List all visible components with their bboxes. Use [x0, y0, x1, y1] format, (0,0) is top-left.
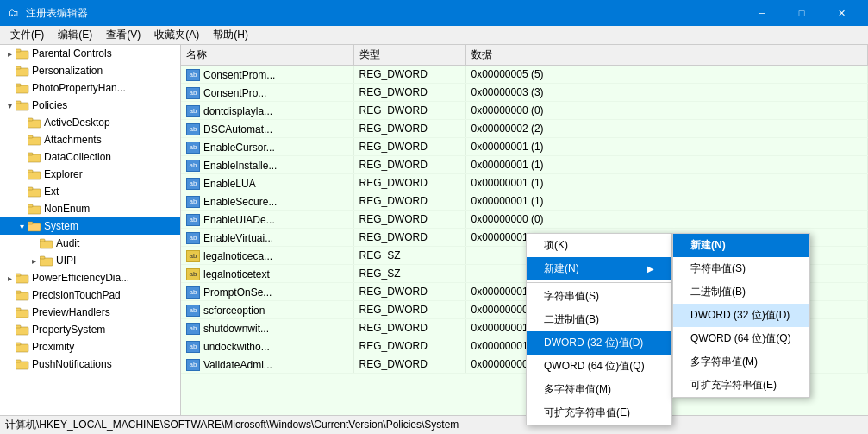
- menu-item-编辑(E)[interactable]: 编辑(E): [51, 26, 99, 44]
- submenu-item-3[interactable]: QWORD (64 位)值(Q): [673, 327, 809, 350]
- expander-icon: [3, 358, 16, 370]
- svg-rect-25: [40, 256, 45, 259]
- sidebar-item-property-system[interactable]: PropertySystem: [0, 321, 180, 338]
- cell-type: REG_DWORD: [353, 283, 465, 301]
- context-menu-item-8[interactable]: 可扩充字符串值(E): [527, 401, 671, 425]
- sidebar-label: PreviewHandlers: [32, 306, 110, 318]
- cell-name-text: undockwitho...: [203, 341, 270, 353]
- sidebar-item-attachments[interactable]: Attachments: [0, 131, 180, 148]
- table-row[interactable]: abEnableSecure...REG_DWORD0x00000001 (1): [181, 192, 868, 211]
- table-row[interactable]: abDSCAutomat...REG_DWORD0x00000002 (2): [181, 120, 868, 138]
- table-row[interactable]: abEnableInstalle...REG_DWORD0x00000001 (…: [181, 156, 868, 174]
- sidebar-item-precision-touch[interactable]: PrecisionTouchPad: [0, 286, 180, 304]
- sidebar-item-parental-controls[interactable]: ▸ Parental Controls: [0, 45, 180, 62]
- sidebar-item-power-efficiency[interactable]: ▸ PowerEfficiencyDia...: [0, 269, 180, 286]
- context-menu-item-0[interactable]: 项(K): [527, 234, 671, 257]
- svg-rect-33: [16, 325, 21, 328]
- sidebar-item-proximity[interactable]: Proximity: [0, 338, 180, 355]
- context-menu-item-1[interactable]: 新建(N)▶: [527, 257, 671, 280]
- svg-rect-28: [16, 292, 28, 300]
- submenu-item-2[interactable]: DWORD (32 位)值(D): [673, 304, 809, 327]
- submenu-item-1[interactable]: 二进制值(B): [673, 280, 809, 304]
- sidebar-label: ActiveDesktop: [44, 116, 110, 129]
- svg-rect-24: [40, 258, 53, 266]
- cell-name: abEnableLUA: [181, 174, 353, 192]
- maximize-button[interactable]: □: [782, 0, 821, 26]
- folder-icon: [16, 82, 29, 94]
- svg-rect-13: [28, 153, 33, 155]
- expander-icon: [3, 306, 16, 318]
- context-menu-item-3[interactable]: 字符串值(S): [527, 285, 671, 308]
- folder-icon: [28, 134, 41, 146]
- sidebar-item-system[interactable]: ▾ System: [0, 217, 180, 235]
- sidebar-scroll[interactable]: ▸ Parental Controls Personalization Phot…: [0, 45, 180, 415]
- cell-type: REG_DWORD: [353, 120, 465, 138]
- cell-name: abValidateAdmi...: [181, 355, 353, 374]
- sidebar-item-nonenum[interactable]: NonEnum: [0, 200, 180, 217]
- table-row[interactable]: abEnableLUAREG_DWORD0x00000001 (1): [181, 174, 868, 192]
- expander-icon: ▾: [16, 220, 28, 232]
- sidebar-item-explorer[interactable]: Explorer: [0, 166, 180, 183]
- cell-type: REG_DWORD: [353, 192, 465, 211]
- cell-name-text: PromptOnSe...: [203, 286, 272, 299]
- svg-rect-32: [16, 327, 28, 335]
- submenu-header: 新建(N): [673, 234, 809, 257]
- menu-item-label: 多字符串值(M): [544, 382, 611, 397]
- cell-name: abEnableSecure...: [181, 192, 353, 211]
- context-menu-item-7[interactable]: 多字符串值(M): [527, 378, 671, 401]
- sidebar-label: Attachments: [44, 134, 102, 146]
- submenu-item-0[interactable]: 字符串值(S): [673, 257, 809, 280]
- sidebar-item-policies[interactable]: ▾ Policies: [0, 97, 180, 114]
- expander-icon: [28, 237, 40, 249]
- menu-item-帮助(H)[interactable]: 帮助(H): [206, 26, 255, 44]
- table-row[interactable]: abEnableCursor...REG_DWORD0x00000001 (1): [181, 138, 868, 156]
- sidebar-item-preview-handlers[interactable]: PreviewHandlers: [0, 304, 180, 321]
- sidebar-item-active-desktop[interactable]: ActiveDesktop: [0, 114, 180, 131]
- context-menu-item-4[interactable]: 二进制值(B): [527, 308, 671, 331]
- context-menu-item-5[interactable]: DWORD (32 位)值(D): [527, 331, 671, 355]
- close-button[interactable]: ✕: [821, 0, 861, 26]
- dword-icon: ab: [186, 87, 200, 99]
- sidebar-item-audit[interactable]: Audit: [0, 235, 180, 252]
- menu-item-label: 项(K): [544, 238, 568, 253]
- table-row[interactable]: abEnableUIADe...REG_DWORD0x00000000 (0): [181, 211, 868, 229]
- folder-icon: [40, 255, 53, 267]
- sidebar-label: Policies: [32, 99, 67, 111]
- submenu-item-5[interactable]: 可扩充字符串值(E): [673, 374, 809, 397]
- sidebar-item-data-collection[interactable]: DataCollection: [0, 148, 180, 166]
- cell-name-text: shutdownwit...: [203, 323, 269, 335]
- dword-icon: ab: [186, 305, 200, 317]
- col-name: 名称: [181, 45, 353, 66]
- expander-icon: [16, 151, 28, 163]
- table-row[interactable]: abConsentProm...REG_DWORD0x00000005 (5): [181, 66, 868, 84]
- cell-type: REG_DWORD: [353, 174, 465, 192]
- folder-icon: [28, 186, 41, 198]
- dword-icon: ab: [186, 323, 200, 335]
- menu-item-收藏夹(A)[interactable]: 收藏夹(A): [147, 26, 206, 44]
- expander-icon: ▾: [3, 99, 16, 111]
- sidebar-item-push-notifications[interactable]: PushNotifications: [0, 355, 180, 373]
- cell-name: abscforceoption: [181, 301, 353, 319]
- context-menu-item-6[interactable]: QWORD (64 位)值(Q): [527, 355, 671, 378]
- menu-item-文件(F)[interactable]: 文件(F): [3, 26, 51, 44]
- sidebar-item-uipi[interactable]: ▸ UIPI: [0, 252, 180, 269]
- cell-type: REG_DWORD: [353, 66, 465, 84]
- sidebar-label: PhotoPropertyHan...: [32, 82, 126, 94]
- expander-icon: [3, 289, 16, 301]
- table-row[interactable]: abConsentPro...REG_DWORD0x00000003 (3): [181, 84, 868, 102]
- sidebar-label: DataCollection: [44, 151, 111, 163]
- dword-icon: ab: [186, 359, 200, 371]
- cell-type: REG_SZ: [353, 265, 465, 283]
- dword-icon: ab: [186, 286, 200, 299]
- dword-icon: ab: [186, 214, 200, 226]
- cell-data: 0x00000000 (0): [465, 211, 868, 229]
- menu-item-查看(V)[interactable]: 查看(V): [99, 26, 147, 44]
- sidebar-item-photo-property[interactable]: PhotoPropertyHan...: [0, 79, 180, 97]
- table-row[interactable]: abdontdisplayla...REG_DWORD0x00000000 (0…: [181, 102, 868, 120]
- expander-icon: [16, 116, 28, 129]
- sidebar-item-ext[interactable]: Ext: [0, 183, 180, 200]
- minimize-button[interactable]: ─: [742, 0, 782, 26]
- folder-icon: [28, 168, 41, 180]
- submenu-item-4[interactable]: 多字符串值(M): [673, 350, 809, 374]
- sidebar-item-personalization[interactable]: Personalization: [0, 62, 180, 79]
